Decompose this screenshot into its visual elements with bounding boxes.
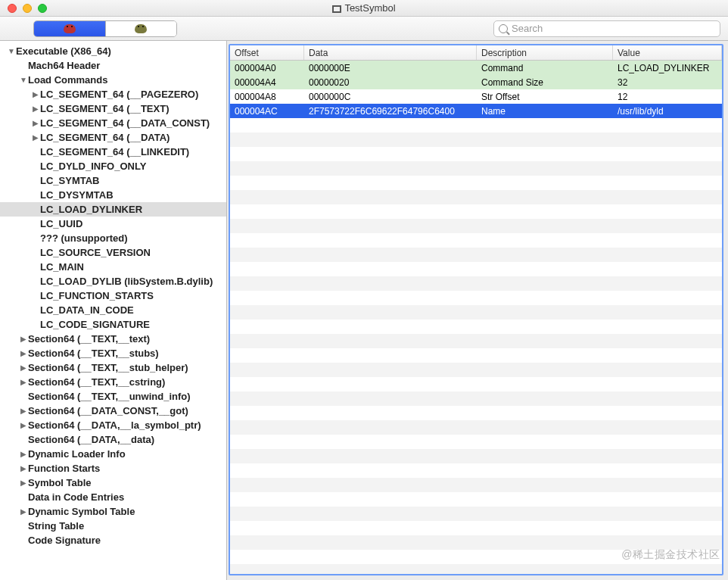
tree-node-label: Executable (X86_64)	[16, 45, 111, 57]
tree-node-label: String Table	[28, 520, 84, 532]
search-input[interactable]: Search	[493, 20, 720, 37]
table-row-empty	[230, 478, 722, 492]
tree-node-label: LC_SYMTAB	[40, 175, 99, 186]
tree-node[interactable]: LC_SEGMENT_64 (__LINKEDIT)	[0, 145, 226, 159]
tree-node[interactable]: LC_SYMTAB	[0, 173, 226, 188]
cell-offset: 000004AC	[230, 106, 304, 117]
cell-value: 12	[613, 92, 722, 102]
table-row-empty	[230, 420, 722, 435]
view-mode-segment[interactable]	[33, 20, 177, 37]
tree-node[interactable]: Section64 (__TEXT,__unwind_info)	[0, 389, 226, 404]
cell-offset: 000004A0	[230, 63, 304, 73]
tree-node[interactable]: ▶Section64 (__TEXT,__text)	[0, 332, 226, 346]
tree-node-label: Section64 (__TEXT,__cstring)	[28, 376, 165, 388]
tree-node[interactable]: Section64 (__DATA,__data)	[0, 432, 226, 447]
col-value[interactable]: Value	[613, 45, 722, 60]
tree-node[interactable]: Mach64 Header	[0, 58, 226, 73]
chevron-right-icon[interactable]: ▶	[20, 378, 27, 386]
tree-node[interactable]: LC_DATA_IN_CODE	[0, 303, 226, 317]
tree-node[interactable]: LC_MAIN	[0, 260, 226, 274]
chevron-right-icon[interactable]: ▶	[32, 119, 39, 127]
ladybug-icon	[64, 24, 76, 33]
table-row-empty	[230, 161, 722, 176]
tree-node-label: LC_SEGMENT_64 (__LINKEDIT)	[40, 146, 189, 157]
table-row-empty	[230, 305, 722, 320]
tree-node-label: LC_DYSYMTAB	[40, 189, 114, 201]
outline-sidebar[interactable]: ▼Executable (X86_64)Mach64 Header▼Load C…	[0, 41, 227, 580]
chevron-right-icon[interactable]: ▶	[20, 507, 27, 516]
chevron-right-icon[interactable]: ▶	[20, 349, 27, 357]
tree-node-label: Dynamic Loader Info	[28, 448, 126, 460]
table-row[interactable]: 000004A00000000ECommandLC_LOAD_DYLINKER	[230, 61, 722, 75]
tree-node[interactable]: ??? (unsupported)	[0, 231, 226, 245]
tree-node[interactable]: LC_DYSYMTAB	[0, 188, 226, 202]
tree-node[interactable]: LC_FUNCTION_STARTS	[0, 288, 226, 303]
chevron-down-icon[interactable]: ▼	[8, 47, 15, 55]
col-description[interactable]: Description	[477, 45, 613, 60]
tree-node[interactable]: ▶Section64 (__TEXT,__stub_helper)	[0, 360, 226, 375]
tree-node-label: Symbol Table	[28, 477, 92, 488]
tree-node[interactable]: ▶Dynamic Loader Info	[0, 447, 226, 461]
table-row[interactable]: 000004AC2F7573722F6C69622F64796C6400Name…	[230, 104, 722, 118]
table-row-empty	[230, 118, 722, 133]
tree-node[interactable]: LC_CODE_SIGNATURE	[0, 317, 226, 332]
tree-node[interactable]: ▼Load Commands	[0, 73, 226, 87]
table-body[interactable]: 000004A00000000ECommandLC_LOAD_DYLINKER0…	[230, 61, 722, 574]
chevron-right-icon[interactable]: ▶	[20, 421, 27, 429]
chevron-right-icon[interactable]: ▶	[20, 479, 27, 487]
tree-node[interactable]: ▶Section64 (__DATA_CONST,__got)	[0, 404, 226, 418]
tree-node[interactable]: ▶LC_SEGMENT_64 (__TEXT)	[0, 101, 226, 116]
col-data[interactable]: Data	[304, 45, 477, 60]
view-mode-a[interactable]	[34, 21, 105, 36]
tree-node[interactable]: LC_SOURCE_VERSION	[0, 245, 226, 260]
tree-node[interactable]: ▶LC_SEGMENT_64 (__DATA)	[0, 130, 226, 145]
tree-node[interactable]: ▶LC_SEGMENT_64 (__PAGEZERO)	[0, 87, 226, 101]
table-row[interactable]: 000004A80000000CStr Offset12	[230, 89, 722, 104]
tree-node[interactable]: LC_LOAD_DYLIB (libSystem.B.dylib)	[0, 274, 226, 288]
tree-node[interactable]: String Table	[0, 519, 226, 533]
chevron-right-icon[interactable]: ▶	[32, 133, 39, 142]
table-row-empty	[230, 348, 722, 363]
chevron-right-icon[interactable]: ▶	[32, 90, 39, 98]
tree-node-label: Data in Code Entries	[28, 491, 124, 503]
cell-value: /usr/lib/dyld	[613, 106, 722, 117]
table-row-empty	[230, 219, 722, 233]
col-offset[interactable]: Offset	[230, 45, 304, 60]
tree-node[interactable]: ▶LC_SEGMENT_64 (__DATA_CONST)	[0, 116, 226, 130]
tree-node[interactable]: ▶Symbol Table	[0, 476, 226, 490]
tree-node[interactable]: LC_UUID	[0, 217, 226, 231]
table-row[interactable]: 000004A400000020Command Size32	[230, 75, 722, 89]
search-placeholder: Search	[512, 23, 543, 34]
tree-node[interactable]: Data in Code Entries	[0, 490, 226, 504]
view-mode-b[interactable]	[105, 21, 177, 36]
tree-node-label: Section64 (__TEXT,__stubs)	[28, 348, 159, 359]
tree-node[interactable]: LC_LOAD_DYLINKER	[0, 202, 226, 217]
chevron-right-icon[interactable]: ▶	[20, 464, 27, 472]
table-header: Offset Data Description Value	[230, 45, 722, 61]
table-row-empty	[230, 377, 722, 391]
table-row-empty	[230, 233, 722, 248]
detail-pane: Offset Data Description Value 000004A000…	[229, 44, 723, 575]
tree-node[interactable]: Code Signature	[0, 533, 226, 547]
table-row-empty	[230, 449, 722, 463]
chevron-right-icon[interactable]: ▶	[20, 335, 27, 343]
table-row-empty	[230, 320, 722, 334]
tree-node[interactable]: ▶Section64 (__DATA,__la_symbol_ptr)	[0, 418, 226, 432]
tree-node[interactable]: ▼Executable (X86_64)	[0, 44, 226, 58]
tree-node[interactable]: LC_DYLD_INFO_ONLY	[0, 159, 226, 173]
tree-node[interactable]: ▶Function Starts	[0, 461, 226, 476]
chevron-right-icon[interactable]: ▶	[20, 407, 27, 415]
cell-desc: Str Offset	[477, 92, 613, 102]
cell-value: LC_LOAD_DYLINKER	[613, 63, 722, 73]
cell-value: 32	[613, 77, 722, 88]
chevron-right-icon[interactable]: ▶	[20, 363, 27, 372]
tree-node[interactable]: ▶Dynamic Symbol Table	[0, 504, 226, 519]
chevron-right-icon[interactable]: ▶	[32, 104, 39, 113]
tree-node[interactable]: ▶Section64 (__TEXT,__cstring)	[0, 375, 226, 389]
chevron-down-icon[interactable]: ▼	[20, 76, 27, 84]
chevron-right-icon[interactable]: ▶	[20, 450, 27, 458]
tree-node[interactable]: ▶Section64 (__TEXT,__stubs)	[0, 346, 226, 360]
tree-node-label: Dynamic Symbol Table	[28, 506, 135, 517]
table-row-empty	[230, 492, 722, 507]
tree-node-label: LC_SEGMENT_64 (__DATA_CONST)	[40, 117, 210, 129]
